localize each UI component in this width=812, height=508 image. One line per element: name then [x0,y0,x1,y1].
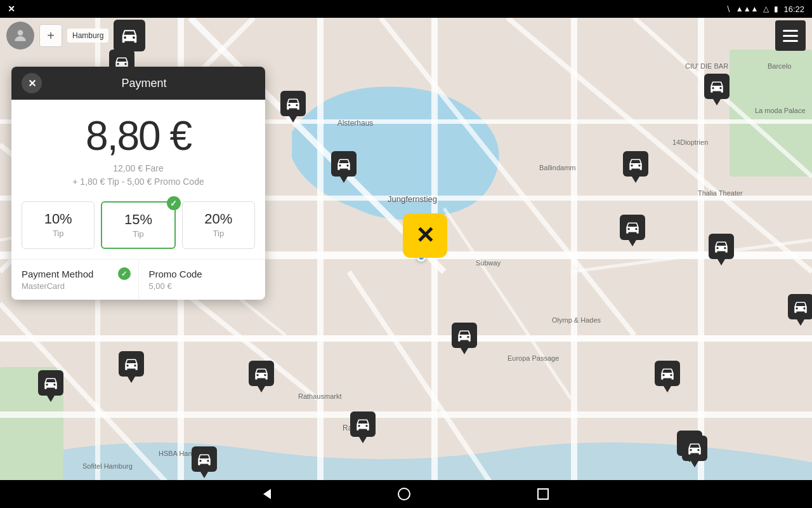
price-section: 8,80 € 12,00 € Fare + 1,80 € Tip - 5,00 … [11,100,265,195]
svg-text:CIU' DIE BAR: CIU' DIE BAR [685,62,728,70]
taxi-marker[interactable] [190,446,218,478]
taxi-marker[interactable] [703,74,731,105]
tip-section: 10% Tip ✓ 15% Tip 20% Tip [11,195,265,259]
taxi-marker[interactable] [787,294,812,326]
tip-20-label: Tip [188,229,249,238]
svg-text:La moda Palace: La moda Palace [755,107,806,114]
tip-10-button[interactable]: 10% Tip [22,201,95,249]
svg-text:14Dioptrien: 14Dioptrien [672,138,708,146]
app-icon: ✕ [8,4,15,14]
header-left: + Hamburg [6,20,145,51]
svg-text:Europa Passage: Europa Passage [508,354,559,362]
svg-rect-6 [0,411,812,418]
payment-method-check: ✓ [118,267,131,280]
payment-header: ✕ Payment [11,67,265,100]
fare-line1: 12,00 € Fare [24,162,252,175]
back-button[interactable] [263,489,271,499]
payment-method-value: MasterCard [22,281,128,291]
hamburger-icon [783,30,798,42]
close-button[interactable]: ✕ [22,73,42,93]
svg-text:Olymp & Hades: Olymp & Hades [552,316,601,324]
wifi-icon: △ [763,4,769,13]
brand-x-icon: ✕ [416,224,435,247]
home-button[interactable] [398,488,410,500]
promo-code-label: Promo Code [149,269,256,279]
main-price: 8,80 € [24,112,252,159]
taxi-header-icon[interactable] [114,20,145,51]
taxi-marker[interactable] [450,323,478,354]
taxi-marker[interactable] [349,411,377,443]
battery-icon: ▮ [774,4,778,13]
svg-text:Alsterhaus: Alsterhaus [337,119,374,128]
taxi-marker[interactable] [279,91,307,123]
svg-rect-10 [317,18,324,508]
tip-15-button[interactable]: ✓ 15% Tip [101,201,175,249]
svg-text:Sofitel Hamburg: Sofitel Hamburg [82,462,133,470]
status-bar: ✕ ∖ ▲▲▲ △ ▮ 16:22 [0,0,812,18]
tip-selected-check: ✓ [167,196,181,210]
taxi-marker[interactable] [330,151,358,183]
payment-title: Payment [121,77,166,90]
svg-point-42 [18,30,23,36]
promo-code-item[interactable]: Promo Code 5,00 € [138,260,266,300]
svg-text:Thalia Theater: Thalia Theater [698,189,743,197]
brand-marker: ✕ [403,213,447,258]
tip-20-button[interactable]: 20% Tip [182,201,255,249]
payment-method-section: ✓ Payment Method MasterCard Promo Code 5… [11,259,265,300]
taxi-marker[interactable] [247,361,275,392]
location-tag: Hamburg [67,29,108,43]
signal-icon: ▲▲▲ [736,4,759,13]
taxi-marker[interactable] [653,361,681,392]
promo-code-value: 5,00 € [149,281,256,291]
clock: 16:22 [783,4,804,14]
svg-text:Subway: Subway [476,259,501,267]
taxi-marker[interactable] [622,151,650,183]
fare-line2: + 1,80 € Tip - 5,00 € Promo Code [24,175,252,189]
tip-10-percent: 10% [27,211,89,227]
bluetooth-icon: ∖ [726,4,731,13]
taxi-marker[interactable] [117,351,145,383]
taxi-marker[interactable] [37,370,65,402]
taxi-marker[interactable] [619,215,646,246]
add-button[interactable]: + [39,24,62,47]
svg-text:Ballindamm: Ballindamm [539,164,575,171]
nav-bar [0,480,812,508]
svg-rect-5 [0,335,812,342]
avatar[interactable] [6,22,34,50]
taxi-marker[interactable] [681,436,709,467]
payment-panel: ✕ Payment 8,80 € 12,00 € Fare + 1,80 € T… [11,67,265,300]
tip-20-percent: 20% [188,211,249,227]
tip-15-label: Tip [107,229,169,239]
svg-text:Barcelo: Barcelo [768,62,791,70]
recents-button[interactable] [537,488,549,500]
payment-method-item[interactable]: ✓ Payment Method MasterCard [11,260,138,300]
menu-button[interactable] [775,20,806,51]
tip-15-percent: 15% [107,211,169,228]
taxi-marker[interactable] [707,234,735,265]
header: + Hamburg [0,18,812,53]
svg-text:Jungfernstieg: Jungfernstieg [388,194,437,204]
fare-detail: 12,00 € Fare + 1,80 € Tip - 5,00 € Promo… [24,162,252,189]
payment-method-label: Payment Method [22,269,128,279]
svg-text:Rathausmarkt: Rathausmarkt [298,392,341,400]
tip-10-label: Tip [27,229,89,238]
